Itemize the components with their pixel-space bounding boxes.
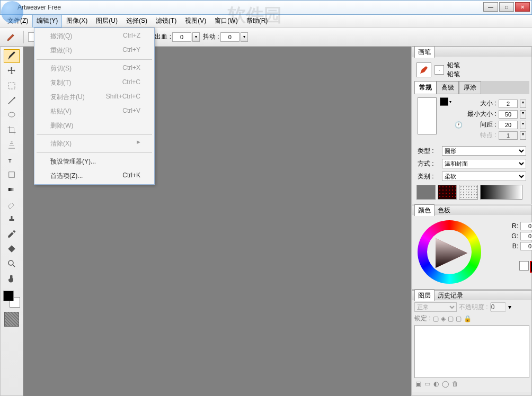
bleed-input[interactable]	[172, 32, 191, 42]
menu-cut[interactable]: 剪切(S)Ctrl+X	[36, 61, 153, 76]
swatch-tab[interactable]: 色板	[435, 205, 454, 216]
menu-preferences[interactable]: 首选项(Z)...Ctrl+K	[36, 169, 153, 183]
g-input[interactable]	[520, 232, 532, 240]
menu-paste[interactable]: 粘贴(V)Ctrl+V	[36, 104, 153, 119]
feature-label: 特点 :	[465, 131, 496, 140]
tip-shape-icon[interactable]	[440, 97, 448, 106]
brush-tool[interactable]	[4, 49, 20, 63]
r-input[interactable]	[520, 222, 532, 230]
texture-2[interactable]	[438, 185, 457, 200]
svg-point-2	[8, 112, 15, 117]
brush-icon[interactable]	[3, 30, 19, 44]
subtab-thick[interactable]: 厚涂	[459, 81, 481, 94]
subtab-advanced[interactable]: 高级	[437, 81, 459, 94]
menu-clear[interactable]: 清除(X)▶	[36, 137, 153, 151]
menu-help[interactable]: 帮助(R)	[242, 14, 272, 28]
method-select[interactable]: 温和封面	[442, 159, 526, 168]
menu-filter[interactable]: 滤镜(T)	[152, 14, 181, 28]
lock-pixel-icon[interactable]: ◈	[441, 315, 446, 322]
texture-1[interactable]	[416, 185, 436, 200]
history-tab[interactable]: 历史记录	[435, 290, 466, 301]
spacing-input[interactable]	[499, 121, 518, 129]
menu-layer[interactable]: 图层(U)	[92, 14, 122, 28]
lock-all-icon[interactable]: ▢	[433, 315, 439, 322]
color-panel: 颜色 色板 R:▾ G:▾ B:▾ ⬢	[412, 205, 532, 290]
shape-tool[interactable]	[4, 168, 20, 182]
color-triangle[interactable]	[436, 238, 467, 268]
move-tool[interactable]	[4, 64, 20, 78]
perspective-tool[interactable]	[4, 138, 20, 152]
gradient-preview[interactable]	[480, 185, 522, 200]
delete-layer-icon[interactable]: 🗑	[452, 380, 458, 388]
b-label: B:	[486, 242, 518, 250]
wand-tool[interactable]	[4, 94, 20, 107]
jitter-input[interactable]	[220, 32, 240, 42]
lasso-tool[interactable]	[4, 109, 20, 122]
svg-rect-5	[8, 188, 15, 191]
lock-label: 锁定 :	[414, 314, 431, 323]
menu-undo[interactable]: 撤消(Q)Ctrl+Z	[36, 29, 153, 43]
lock-trans-icon[interactable]: ▢	[456, 315, 462, 322]
brush-tab[interactable]: 画笔	[414, 46, 435, 58]
brush-panel: 画笔 · 铅笔 铅笔 常规 高级 厚涂 ▾	[412, 47, 532, 204]
mask-icon[interactable]: ◐	[433, 380, 439, 388]
b-input[interactable]	[520, 242, 532, 250]
brush-name-1: 铅笔	[447, 61, 527, 70]
new-layer-icon[interactable]: ▣	[415, 380, 421, 388]
size-input[interactable]	[499, 100, 518, 108]
blend-mode-select[interactable]: 正常	[414, 302, 457, 312]
menu-copymerge[interactable]: 复制合并(U)Shift+Ctrl+C	[36, 90, 153, 104]
menu-delete[interactable]: 删除(W)	[36, 119, 153, 133]
color-swatch[interactable]	[3, 291, 20, 308]
color-fg[interactable]	[519, 261, 529, 271]
bleed-label: 出血 :	[155, 32, 171, 41]
layer-tab[interactable]: 图层	[414, 290, 435, 301]
menu-copy[interactable]: 复制(T)Ctrl+C	[36, 76, 153, 90]
color-bg[interactable]	[530, 261, 532, 273]
crop-tool[interactable]	[4, 123, 20, 137]
brush-tip-icon[interactable]: ·	[435, 65, 444, 75]
text-tool[interactable]: T	[4, 153, 20, 167]
texture-swatch[interactable]	[4, 312, 19, 327]
menu-select[interactable]: 选择(S)	[122, 14, 152, 28]
maximize-button[interactable]: □	[499, 2, 514, 12]
bucket-tool[interactable]	[4, 242, 20, 256]
menu-image[interactable]: 图像(X)	[62, 14, 92, 28]
menu-preset-manager[interactable]: 预设管理器(Y)...	[36, 155, 153, 169]
dropdown-icon[interactable]: ▾	[192, 32, 200, 42]
clock-icon[interactable]: 🕐	[455, 121, 463, 129]
layer-panel: 图层 历史记录 正常 不透明度 : ▾ 锁定 : ▢ ◈ ▢ ▢ 🔒	[412, 290, 532, 395]
zoom-tool[interactable]	[4, 257, 20, 271]
eyedropper-tool[interactable]	[4, 227, 20, 241]
close-button[interactable]: ✕	[515, 2, 530, 12]
eraser-tool[interactable]	[4, 197, 20, 211]
menu-redo[interactable]: 重做(R)Ctrl+Y	[36, 43, 153, 58]
layer-list[interactable]	[414, 325, 529, 378]
menu-view[interactable]: 视图(V)	[181, 14, 210, 28]
dropdown-icon[interactable]: ▾	[241, 32, 248, 42]
menu-edit[interactable]: 编辑(Y)	[32, 14, 62, 28]
fx-icon[interactable]: ◯	[442, 380, 449, 388]
svg-point-1	[14, 97, 15, 98]
lock-move-icon[interactable]: ▢	[448, 315, 454, 322]
svg-text:T: T	[8, 158, 12, 164]
marquee-tool[interactable]	[4, 79, 20, 93]
lock-icon[interactable]: 🔒	[464, 315, 472, 322]
shape-preview	[418, 97, 437, 134]
subtab-general[interactable]: 常规	[414, 81, 437, 94]
hand-tool[interactable]	[4, 272, 20, 285]
color-tab[interactable]: 颜色	[414, 204, 435, 216]
gradient-tool[interactable]	[4, 183, 20, 196]
type-select[interactable]: 圆形	[442, 146, 526, 156]
minimize-button[interactable]: —	[483, 2, 498, 12]
toolbox: T	[0, 47, 23, 396]
brush-preview-icon[interactable]	[416, 62, 431, 77]
stamp-tool[interactable]	[4, 212, 20, 226]
category-select[interactable]: 柔软	[442, 172, 526, 181]
window-title: Artweaver Free	[17, 4, 61, 11]
new-group-icon[interactable]: ▭	[424, 380, 430, 388]
menu-window[interactable]: 窗口(W)	[210, 14, 242, 28]
texture-3[interactable]	[459, 185, 478, 200]
minsize-input[interactable]	[499, 110, 518, 119]
g-label: G:	[486, 232, 518, 240]
